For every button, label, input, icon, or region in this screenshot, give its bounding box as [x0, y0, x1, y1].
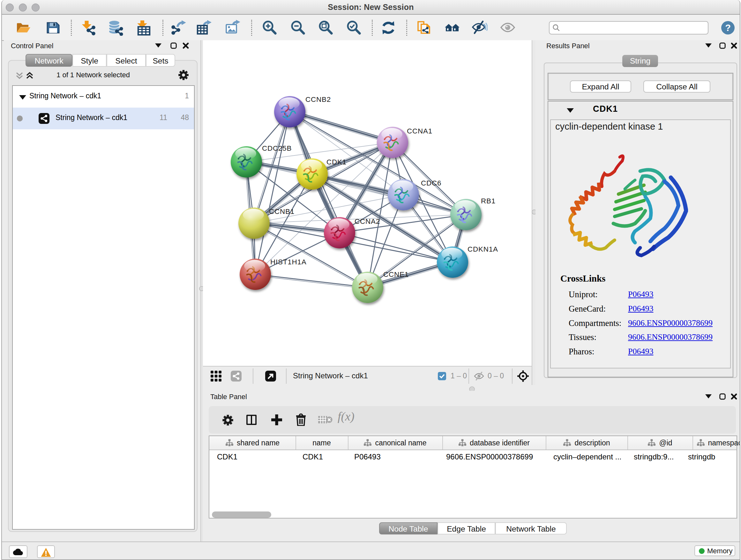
svg-text:CCNB2: CCNB2	[306, 96, 331, 104]
svg-text:CDC25B: CDC25B	[262, 144, 292, 152]
svg-text:CCNA1: CCNA1	[407, 127, 432, 135]
svg-text:RB1: RB1	[481, 197, 495, 205]
svg-text:CCNB1: CCNB1	[269, 207, 294, 215]
svg-text:CDK1: CDK1	[327, 158, 347, 166]
svg-text:?: ?	[725, 23, 731, 33]
svg-text:CCNA2: CCNA2	[354, 217, 380, 226]
svg-text:CCNE1: CCNE1	[383, 270, 409, 278]
svg-text:CDC6: CDC6	[421, 179, 441, 187]
svg-text:HIST1H1A: HIST1H1A	[270, 258, 307, 266]
svg-text:CDKN1A: CDKN1A	[468, 245, 498, 253]
